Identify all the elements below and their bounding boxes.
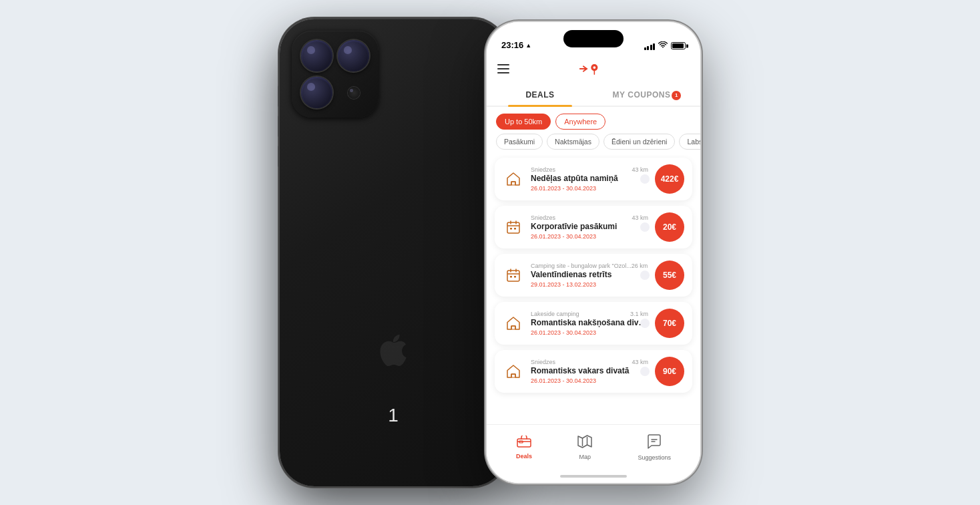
deal-info-1: Sniedzes 43 km Nedēļas atpūta namiņā 26.…	[531, 166, 648, 192]
app-content: DEALS MY COUPONS1 Up to 50km Anywhere Pa…	[487, 54, 700, 483]
bottom-nav: Deals Map	[487, 424, 700, 470]
camera-bump	[292, 31, 379, 118]
svg-rect-16	[510, 276, 512, 278]
tab-my-coupons[interactable]: MY COUPONS1	[593, 85, 700, 106]
deal-icon-calendar-3	[503, 265, 524, 286]
filter-50km[interactable]: Up to 50km	[496, 114, 551, 130]
filter-row: Up to 50km Anywhere	[487, 107, 700, 134]
deals-nav-icon	[517, 436, 531, 451]
deal-title-1: Nedēļas atpūta namiņā	[531, 174, 648, 184]
phone-wrapper: 1 23:16 ▲	[280, 19, 700, 486]
deal-card-2[interactable]: Sniedzes 43 km Korporatīvie pasākumi 26.…	[495, 206, 692, 248]
menu-button[interactable]	[497, 64, 509, 73]
nav-map-label: Map	[579, 454, 591, 460]
battery-icon	[671, 42, 686, 49]
deal-info-4: Lakeside camping 3.1 km Romantiska nakšņ…	[531, 311, 648, 337]
map-nav-icon	[577, 435, 592, 452]
dynamic-island	[563, 30, 624, 47]
tab-deals[interactable]: DEALS	[487, 85, 593, 106]
lens-3	[301, 77, 332, 108]
deal-price-3: 55€	[655, 261, 684, 290]
nav-deals[interactable]: Deals	[516, 436, 532, 460]
nav-map[interactable]: Map	[577, 435, 592, 460]
deal-card-4[interactable]: Lakeside camping 3.1 km Romantiska nakšņ…	[495, 302, 692, 345]
smartphone-screen: 23:16 ▲	[487, 22, 700, 483]
category-naktsmājas[interactable]: Naktsmājas	[547, 134, 599, 150]
location-arrow-icon: ▲	[525, 42, 531, 49]
category-labsaj[interactable]: Labsaj	[679, 134, 700, 150]
deal-title-3: Valentīndienas retrīts	[531, 270, 648, 281]
status-time: 23:16 ▲	[501, 40, 531, 50]
category-row: Pasākumi Naktsmājas Ēdieni un dzērieni L…	[487, 134, 700, 155]
deal-icon-calendar-2	[503, 216, 524, 238]
apple-logo-icon	[380, 334, 407, 366]
svg-point-4	[593, 66, 595, 69]
lens-2	[338, 40, 369, 71]
signal-bars-icon	[644, 42, 656, 50]
deal-price-5: 90€	[655, 357, 684, 386]
iphone-body: 1	[280, 19, 507, 486]
deal-price-1: 422€	[655, 164, 684, 194]
deal-card-1[interactable]: Sniedzes 43 km Nedēļas atpūta namiņā 26.…	[495, 158, 692, 200]
deal-info-3: Camping site - bungalow park "Ozol...26 …	[531, 263, 648, 289]
app-logo	[577, 58, 603, 79]
deal-date-3: 29.01.2023 - 13.02.2023	[531, 281, 648, 288]
deal-icon-house-5	[503, 361, 524, 382]
deal-card-5[interactable]: Sniedzes 43 km Romantisks vakars divatā …	[495, 350, 692, 393]
lens-small	[348, 87, 360, 99]
deal-date-5: 26.01.2023 - 30.04.2023	[531, 377, 648, 384]
coupon-badge: 1	[672, 91, 681, 100]
filter-anywhere[interactable]: Anywhere	[555, 114, 605, 130]
svg-rect-11	[514, 228, 516, 230]
category-edieni[interactable]: Ēdieni un dzērieni	[603, 134, 675, 150]
deal-title-5: Romantisks vakars divatā	[531, 366, 648, 377]
suggestions-nav-icon	[647, 434, 662, 452]
deal-price-4: 70€	[655, 309, 684, 338]
svg-rect-12	[507, 271, 519, 281]
deal-date-4: 26.01.2023 - 30.04.2023	[531, 329, 648, 336]
deal-info-5: Sniedzes 43 km Romantisks vakars divatā …	[531, 359, 648, 385]
lens-1	[301, 40, 332, 71]
svg-rect-17	[514, 276, 516, 278]
deal-title-4: Romantiska nakšņošana divatā glempinga t…	[531, 318, 648, 329]
wifi-icon	[658, 41, 668, 50]
home-indicator	[487, 470, 700, 483]
status-icons	[644, 41, 686, 50]
svg-rect-10	[510, 228, 512, 230]
phone-number: 1	[388, 405, 399, 426]
deal-icon-house-1	[503, 168, 524, 190]
deal-price-2: 20€	[655, 212, 684, 242]
app-tabs: DEALS MY COUPONS1	[487, 85, 700, 107]
category-pasakumi[interactable]: Pasākumi	[496, 134, 543, 150]
deal-info-2: Sniedzes 43 km Korporatīvie pasākumi 26.…	[531, 214, 648, 240]
deals-list: Sniedzes 43 km Nedēļas atpūta namiņā 26.…	[487, 155, 700, 424]
deal-card-3[interactable]: Camping site - bungalow park "Ozol...26 …	[495, 254, 692, 297]
deal-title-2: Korporatīvie pasākumi	[531, 222, 648, 232]
nav-suggestions[interactable]: Suggestions	[638, 434, 671, 461]
nav-suggestions-label: Suggestions	[638, 454, 671, 461]
deal-date-2: 26.01.2023 - 30.04.2023	[531, 233, 648, 240]
deal-date-1: 26.01.2023 - 30.04.2023	[531, 185, 648, 192]
app-header	[487, 54, 700, 79]
nav-deals-label: Deals	[516, 453, 532, 460]
svg-rect-6	[507, 222, 519, 233]
deal-icon-house-4	[503, 313, 524, 334]
